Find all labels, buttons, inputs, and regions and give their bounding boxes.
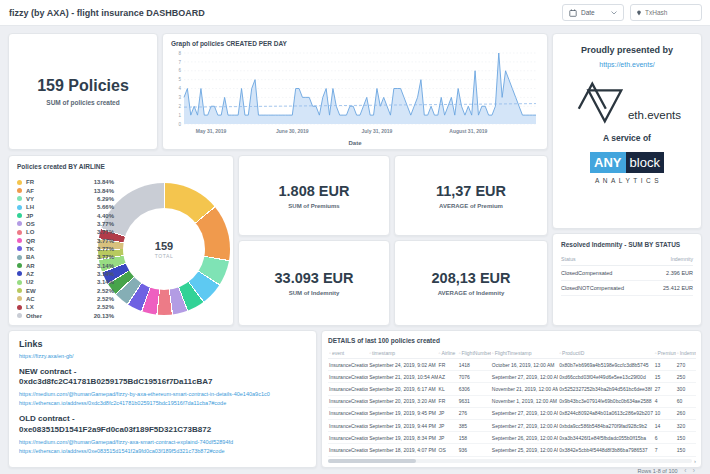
old-contract-medium-link[interactable]: https://medium.com/@humanGamepad/fizzy-a… xyxy=(19,439,306,445)
txhash-input[interactable] xyxy=(645,9,695,16)
legend-item-AR[interactable]: AR3.14% xyxy=(17,261,114,269)
cell-flighttimestamp: November 1, 2019, 12:00 AM xyxy=(491,395,558,407)
cell-timestamp: September 18, 2019, 4:07 PM xyxy=(368,444,437,456)
svg-text:August 31, 2019: August 31, 2019 xyxy=(449,128,487,134)
column-header-timestamp[interactable]: timestamp xyxy=(368,348,437,359)
policy-row[interactable]: InsuranceCreationSeptember 20, 2019, 6:1… xyxy=(328,383,696,395)
cell-indemnity: 150 xyxy=(676,444,696,456)
column-header-indemnity[interactable]: Indemnity xyxy=(650,253,693,266)
presented-by-title: Proudly presented by xyxy=(553,45,701,55)
legend-airline-code: TK xyxy=(26,246,34,252)
legend-item-EW[interactable]: EW2.52% xyxy=(17,286,114,294)
svg-text:8: 8 xyxy=(178,51,181,56)
legend-airline-pct: 3.14% xyxy=(97,271,114,277)
previous-page-icon[interactable]: ‹ xyxy=(684,467,686,474)
resolved-indemnity-title: Resolved Indemnity - SUM BY STATUS xyxy=(561,241,693,248)
cell-timestamp: September 24, 2019, 9:02 AM xyxy=(368,359,437,371)
legend-item-FR[interactable]: FR13.84% xyxy=(17,178,114,186)
legend-item-JP[interactable]: JP4.40% xyxy=(17,211,114,219)
legend-item-AZ[interactable]: AZ3.14% xyxy=(17,270,114,278)
column-header-flighttimestamp[interactable]: FlightTimestamp xyxy=(491,348,558,359)
date-filter-dropdown[interactable]: Date xyxy=(562,4,624,21)
legend-item-AC[interactable]: AC2.52% xyxy=(17,295,114,303)
legend-color-dot xyxy=(17,188,22,193)
donut-total-label: TOTAL xyxy=(155,253,174,259)
legend-item-U2[interactable]: U23.14% xyxy=(17,278,114,286)
legend-color-dot xyxy=(17,280,22,285)
next-page-icon[interactable]: › xyxy=(693,467,695,474)
column-header-event[interactable]: event xyxy=(328,348,368,359)
cell-productid: 0x5252327252b34ba2b94d561bc6dee38f xyxy=(558,383,654,395)
cell-event: InsuranceCreation xyxy=(328,444,368,456)
scroll-right-icon[interactable]: › xyxy=(694,459,696,463)
cell-productid: 0x8244c80924a84b01a0613c286e92b207 xyxy=(558,407,654,419)
svg-text:3: 3 xyxy=(178,95,181,100)
legend-airline-code: EW xyxy=(26,288,36,294)
old-contract-etherscan-link[interactable]: https://etherscan.io/address/0xe083515d1… xyxy=(19,448,306,454)
eth-events-logo: eth.events xyxy=(553,78,701,126)
chart-title: Graph of policies CREATED PER DAY xyxy=(171,40,539,47)
column-header-flightnumber[interactable]: FlightNumber xyxy=(458,348,491,359)
column-header-indemnity[interactable]: Indemnity xyxy=(676,348,696,359)
column-header-status[interactable]: Status xyxy=(561,253,650,266)
kpi-label: SUM of Premiums xyxy=(288,203,339,209)
links-card: Links https://fizzy.axa/en-gb/ NEW contr… xyxy=(8,330,317,468)
policy-row[interactable]: InsuranceCreationSeptember 18, 2019, 4:0… xyxy=(328,444,696,456)
anyblock-logo: ANY block xyxy=(553,152,701,173)
new-contract-medium-link[interactable]: https://medium.com/@humanGamepad/fizzy-b… xyxy=(19,391,306,397)
policy-row[interactable]: InsuranceCreationSeptember 21, 2019, 10:… xyxy=(328,371,696,383)
cell-airline: JP xyxy=(438,407,458,419)
fizzy-site-link[interactable]: https://fizzy.axa/en-gb/ xyxy=(19,353,306,359)
anyblock-logo-any: ANY xyxy=(590,152,625,173)
legend-item-LO[interactable]: LO3.77% xyxy=(17,228,114,236)
column-header-airline[interactable]: Airline xyxy=(438,348,458,359)
legend-color-dot xyxy=(17,238,22,243)
legend-item-LH[interactable]: LH5.66% xyxy=(17,203,114,211)
new-contract-etherscan-link[interactable]: https://etherscan.io/address/0xdc3d8fc2c… xyxy=(19,400,306,406)
svg-text:May 31, 2019: May 31, 2019 xyxy=(196,128,227,134)
airline-donut-chart[interactable]: 159 TOTAL xyxy=(98,183,230,315)
legend-item-TK[interactable]: TK3.77% xyxy=(17,245,114,253)
legend-item-BA[interactable]: BA3.77% xyxy=(17,253,114,261)
txhash-filter[interactable] xyxy=(630,4,702,21)
policy-row[interactable]: InsuranceCreationSeptember 20, 2019, 3:2… xyxy=(328,395,696,407)
legend-item-LX[interactable]: LX2.52% xyxy=(17,303,114,311)
column-header-premium[interactable]: Premium xyxy=(654,348,676,359)
scrollbar-thumb[interactable] xyxy=(328,459,416,463)
policy-row[interactable]: InsuranceCreationSeptember 19, 2019, 9:4… xyxy=(328,419,696,431)
area-chart[interactable]: 012345678May 31, 2019June 30, 2019July 3… xyxy=(171,49,539,141)
kpi-value: 11,37 EUR xyxy=(436,183,506,199)
kpi-average-premium: 11,37 EUR AVERAGE of Premium xyxy=(394,155,548,236)
policy-row[interactable]: InsuranceCreationSeptember 19, 2019, 8:3… xyxy=(328,432,696,444)
scrollbar-track[interactable] xyxy=(328,459,692,463)
anyblock-analytics-label: ANALYTICS xyxy=(556,177,701,184)
status-row[interactable]: ClosedNOTCompensated25.412 EUR xyxy=(561,281,693,296)
cell-productid: 0xa3b34426f1e84f5fbdadc055b0ff15ba xyxy=(558,432,654,444)
legend-item-QR[interactable]: QR3.77% xyxy=(17,236,114,244)
legend-item-Other[interactable]: Other20.13% xyxy=(17,312,114,320)
policy-row[interactable]: InsuranceCreationSeptember 19, 2019, 9:4… xyxy=(328,407,696,419)
cell-flightnumber: 158 xyxy=(458,432,491,444)
legend-item-AF[interactable]: AF13.84% xyxy=(17,186,114,194)
cell-productid: 0xbda9cc586b5484ba270f9fad928c9b2 xyxy=(558,419,654,431)
legend-airline-pct: 6.29% xyxy=(97,196,114,202)
legend-color-dot xyxy=(17,205,22,210)
legend-airline-code: AR xyxy=(26,263,35,269)
legend-item-VY[interactable]: VY6.29% xyxy=(17,195,114,203)
eth-events-link[interactable]: https://eth.events/ xyxy=(553,61,701,68)
status-row[interactable]: ClosedCompensated2.396 EUR xyxy=(561,266,693,281)
cell-timestamp: September 20, 2019, 6:17 AM xyxy=(368,383,437,395)
legend-item-OS[interactable]: OS3.77% xyxy=(17,220,114,228)
cell-flightnumber: 1418 xyxy=(458,359,491,371)
cell-flightnumber: 7076 xyxy=(458,371,491,383)
column-header-productid[interactable]: ProductID xyxy=(558,348,654,359)
svg-text:2: 2 xyxy=(178,104,181,109)
legend-airline-pct: 3.77% xyxy=(97,254,114,260)
policies-count-value: 159 Policies xyxy=(37,77,129,95)
legend-color-dot xyxy=(17,196,22,201)
indemnity-value: 2.396 EUR xyxy=(650,266,693,281)
legend-airline-pct: 4.40% xyxy=(97,213,114,219)
cell-indemnity: 300 xyxy=(676,383,696,395)
cell-airline: FR xyxy=(438,359,458,371)
policy-row[interactable]: InsuranceCreationSeptember 24, 2019, 9:0… xyxy=(328,359,696,371)
